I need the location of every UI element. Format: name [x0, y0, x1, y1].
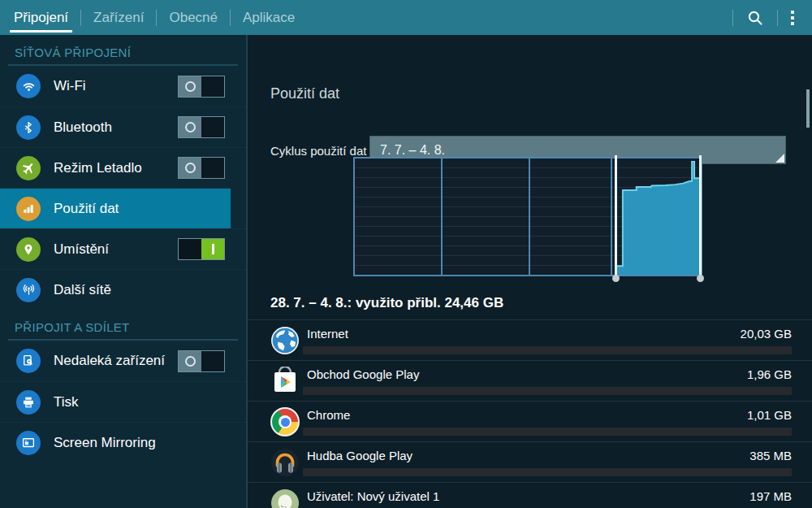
sidebar-item-label: Tisk	[54, 394, 79, 410]
settings-screen: Připojení Zařízení Obecné Aplikace	[0, 0, 812, 508]
top-bar-actions	[732, 0, 812, 35]
nearby-devices-icon	[16, 349, 41, 373]
internet-globe-icon	[270, 326, 300, 355]
sidebar-item-airplane-mode[interactable]: Režim Letadlo	[0, 147, 246, 188]
app-name: Chrome	[307, 408, 350, 422]
sidebar-item-label: Umístění	[54, 241, 109, 258]
wifi-icon	[16, 74, 41, 98]
app-row-internet[interactable]: Internet 20,03 GB	[248, 320, 812, 361]
sidebar-item-label: Další sítě	[54, 282, 111, 298]
tab-aplikace[interactable]: Aplikace	[231, 0, 307, 35]
sidebar-item-label: Screen Mirroring	[54, 435, 156, 451]
app-usage-value: 197 MB	[749, 489, 792, 503]
section-header-network: SÍŤOVÁ PŘIPOJENÍ	[8, 35, 238, 66]
usage-summary: 28. 7. – 4. 8.: využito přibl. 24,46 GB	[270, 295, 503, 311]
sidebar: SÍŤOVÁ PŘIPOJENÍ Wi-Fi	[0, 35, 248, 508]
scrollbar-thumb[interactable]	[806, 89, 810, 128]
tab-label: Připojení	[14, 10, 68, 26]
sidebar-item-screen-mirroring[interactable]: Screen Mirroring	[0, 422, 246, 462]
airplane-icon	[16, 156, 41, 180]
app-name: Uživatel: Nový uživatel 1	[307, 489, 439, 503]
sidebar-item-label: Použití dat	[54, 201, 119, 217]
tab-label: Zařízení	[93, 10, 144, 26]
cycle-label: Cyklus použití dat	[270, 144, 366, 158]
sidebar-item-print[interactable]: Tisk	[0, 381, 246, 422]
toggle-off-ring	[185, 122, 196, 132]
tab-label: Obecné	[169, 10, 218, 26]
search-icon	[746, 9, 764, 27]
sidebar-item-label: Wi-Fi	[54, 78, 86, 94]
usage-bar-track	[303, 468, 792, 476]
overflow-menu-button[interactable]	[778, 0, 807, 35]
airplane-mode-toggle[interactable]	[178, 157, 225, 179]
usage-bar-track	[303, 387, 792, 395]
chrome-icon	[270, 407, 300, 436]
sidebar-item-data-usage[interactable]: Použití dat	[0, 188, 231, 228]
usage-bar-track	[303, 428, 792, 436]
top-bar: Připojení Zařízení Obecné Aplikace	[0, 0, 812, 35]
sidebar-item-label: Režim Letadlo	[54, 160, 142, 176]
toggle-off-ring	[185, 163, 196, 173]
printer-icon	[16, 390, 41, 415]
data-usage-icon	[16, 197, 41, 221]
search-button[interactable]	[733, 0, 777, 35]
usage-chart	[353, 157, 702, 276]
app-name: Internet	[307, 327, 348, 341]
toggle-off-ring	[185, 356, 196, 367]
app-usage-list: Internet 20,03 GB	[248, 319, 812, 508]
wifi-toggle[interactable]	[178, 76, 225, 98]
sidebar-item-more-networks[interactable]: Další sítě	[0, 269, 246, 310]
bluetooth-icon	[16, 115, 41, 140]
page-title: Použití dat	[270, 85, 339, 102]
app-usage-value: 1,96 GB	[747, 367, 792, 381]
overflow-menu-icon	[791, 11, 794, 25]
bluetooth-toggle[interactable]	[178, 116, 225, 138]
tab-label: Aplikace	[243, 10, 295, 26]
google-play-icon	[270, 367, 300, 396]
app-usage-value: 20,03 GB	[741, 327, 792, 341]
nearby-devices-toggle[interactable]	[178, 350, 225, 372]
sidebar-item-label: Bluetooth	[54, 119, 112, 136]
screen-mirroring-icon	[16, 431, 41, 455]
tab-pripojeni[interactable]: Připojení	[2, 0, 80, 35]
app-usage-value: 385 MB	[749, 449, 792, 462]
tab-zarizeni[interactable]: Zařízení	[81, 0, 156, 35]
sidebar-item-bluetooth[interactable]: Bluetooth	[0, 106, 246, 147]
toggle-on-mark	[212, 244, 214, 254]
usage-area-series	[355, 158, 701, 275]
section-header-connect-share: PŘIPOJIT A SDÍLET	[8, 310, 238, 341]
sidebar-item-wifi[interactable]: Wi-Fi	[0, 66, 246, 106]
play-music-headphones-icon	[270, 448, 300, 477]
app-row-play-music[interactable]: Hudba Google Play 385 MB	[248, 442, 812, 483]
user-avatar-icon	[270, 488, 300, 508]
active-tab-underline	[10, 30, 72, 33]
dropdown-corner-icon	[775, 154, 784, 163]
app-row-chrome[interactable]: Chrome 1,01 GB	[248, 402, 812, 442]
chart-range-slider-end[interactable]	[699, 155, 702, 278]
app-usage-value: 1,01 GB	[747, 408, 792, 422]
usage-bar-track	[303, 346, 792, 354]
sidebar-item-label: Nedaleká zařízení	[54, 353, 165, 369]
app-row-user[interactable]: Uživatel: Nový uživatel 1 197 MB	[248, 483, 812, 508]
location-toggle[interactable]	[178, 238, 225, 260]
app-name: Hudba Google Play	[307, 449, 412, 462]
data-usage-panel: Použití dat Cyklus použití dat 7. 7. – 4…	[248, 35, 812, 508]
chart-range-slider-start[interactable]	[615, 155, 617, 278]
broadcast-icon	[16, 278, 41, 302]
sidebar-item-location[interactable]: Umístění	[0, 228, 246, 269]
tab-obecne[interactable]: Obecné	[157, 0, 230, 35]
toggle-off-ring	[185, 81, 196, 92]
app-name: Obchod Google Play	[307, 367, 419, 381]
location-pin-icon	[16, 237, 41, 262]
sidebar-item-nearby-devices[interactable]: Nedaleká zařízení	[0, 341, 246, 381]
app-row-google-play[interactable]: Obchod Google Play 1,96 GB	[248, 361, 812, 402]
